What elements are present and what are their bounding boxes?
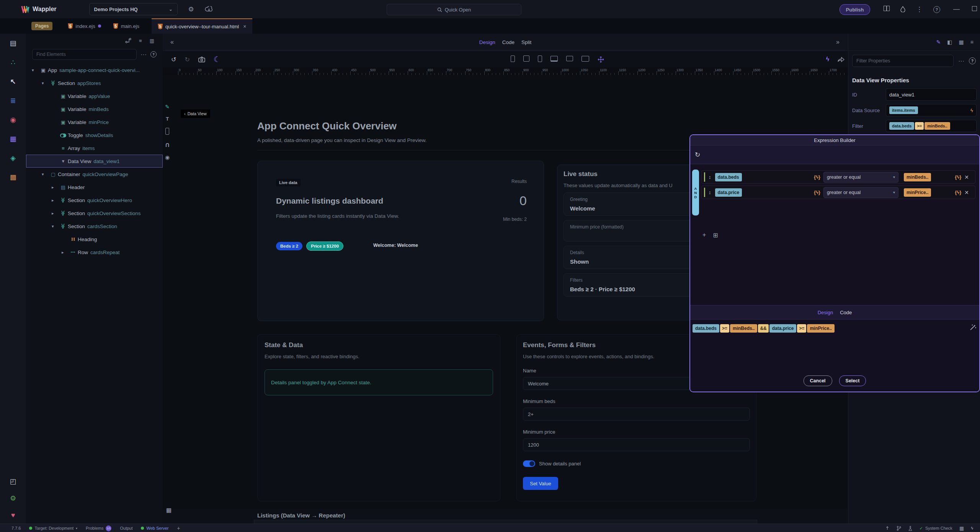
- token-op[interactable]: >=: [915, 122, 924, 130]
- filter-properties-input[interactable]: [852, 55, 954, 67]
- tree-item-cardsrepeat[interactable]: ▸•••RowcardsRepeat: [26, 246, 163, 259]
- tree-item-showdetails[interactable]: ToggleshowDetails: [26, 129, 163, 142]
- edit-icon[interactable]: ✎: [936, 39, 941, 45]
- magnet-icon[interactable]: U: [165, 142, 169, 148]
- tree-item-heading[interactable]: HHeading: [26, 233, 163, 246]
- min-price-field[interactable]: [523, 438, 750, 451]
- hero-card[interactable]: Live data Dynamic listings dashboard Fil…: [257, 161, 544, 321]
- web-server-button[interactable]: Web Server: [141, 526, 168, 530]
- tree-item-quickoverviewsections[interactable]: ▸≫SectionquickOverviewSections: [26, 207, 163, 220]
- expand-panel-icon[interactable]: »: [836, 39, 840, 46]
- selected-element-chip[interactable]: ‹ Data View: [181, 109, 210, 118]
- help-icon[interactable]: ?: [933, 5, 940, 13]
- remove-condition-icon[interactable]: ✕: [964, 189, 969, 196]
- tree-item-quickoverviewhero[interactable]: ▸≫SectionquickOverviewHero: [26, 194, 163, 207]
- phone-icon[interactable]: [511, 55, 515, 64]
- dark-mode-icon[interactable]: ☾: [214, 55, 220, 64]
- token-field[interactable]: data.price: [715, 188, 742, 197]
- tablet-icon[interactable]: [523, 55, 529, 63]
- token-field[interactable]: data.price: [769, 324, 797, 333]
- operator-select[interactable]: greater or equal ▾: [823, 187, 898, 198]
- grid-icon[interactable]: ▦: [959, 39, 964, 45]
- chevron-down-icon[interactable]: ▾: [42, 172, 49, 177]
- token-value[interactable]: minBeds..: [730, 324, 757, 333]
- chevron-right-icon[interactable]: ▸: [52, 211, 59, 216]
- eraser-icon[interactable]: ◧: [947, 39, 952, 45]
- tree-item-items[interactable]: ≡Arrayitems: [26, 142, 163, 155]
- token-field[interactable]: data.beds: [889, 122, 914, 130]
- tab-close-icon[interactable]: ×: [243, 23, 246, 29]
- publish-button[interactable]: Publish: [840, 4, 870, 15]
- select-button[interactable]: Select: [839, 375, 866, 386]
- add-group-icon[interactable]: ⊞: [713, 232, 718, 239]
- eye-icon[interactable]: ◉: [165, 154, 170, 160]
- tab-main-ejs[interactable]: 5 main.ejs: [107, 18, 145, 34]
- tab-code[interactable]: Code: [840, 310, 852, 315]
- tree-item-quickoverviewpage[interactable]: ▾▢ContainerquickOverviewPage: [26, 168, 163, 181]
- data-icon[interactable]: ≣: [0, 91, 26, 110]
- move-icon[interactable]: [598, 56, 604, 63]
- remove-condition-icon[interactable]: ✕: [964, 174, 969, 180]
- ruler-icon[interactable]: [165, 128, 169, 136]
- kebab-icon[interactable]: ⋮: [916, 5, 923, 13]
- edit-icon[interactable]: ✎: [165, 104, 170, 110]
- binding-icon[interactable]: {ϟ}: [955, 189, 961, 195]
- pages-badge[interactable]: Pages: [31, 22, 52, 30]
- show-details-toggle[interactable]: [523, 460, 535, 467]
- tab-split[interactable]: Split: [521, 39, 531, 45]
- tree-item-sample-app-connect-quick-overvi-[interactable]: ▾▣Appsample-app-connect-quick-overvi...: [26, 64, 163, 77]
- problems-button[interactable]: Problems 1/1: [86, 525, 111, 531]
- min-beds-select[interactable]: [523, 408, 750, 421]
- tree-item-header[interactable]: ▸▤Header: [26, 181, 163, 194]
- binding-icon[interactable]: {ϟ}: [814, 174, 820, 180]
- add-panel-icon[interactable]: +: [177, 525, 180, 531]
- bolt-icon[interactable]: ϟ: [970, 108, 973, 113]
- components-icon[interactable]: ▩: [0, 168, 26, 187]
- token-field[interactable]: data.beds: [715, 173, 742, 181]
- output-button[interactable]: Output: [120, 526, 132, 530]
- chevron-down-icon[interactable]: ▾: [32, 68, 39, 73]
- tree-item-appstores[interactable]: ▾≫SectionappStores: [26, 77, 163, 90]
- chevron-right-icon[interactable]: ▸: [62, 250, 69, 255]
- token-op[interactable]: >=: [797, 324, 806, 333]
- token-value[interactable]: minPrice..: [904, 188, 931, 197]
- upload-icon[interactable]: [885, 526, 890, 530]
- token-value[interactable]: minPrice..: [807, 324, 834, 333]
- project-selector[interactable]: Demo Projects HQ ⌄: [89, 3, 178, 15]
- cloud-sync-icon[interactable]: [205, 6, 213, 12]
- operator-select[interactable]: greater or equal ▾: [823, 172, 898, 183]
- grid-toggle-icon[interactable]: ▦: [166, 507, 172, 514]
- favorites-icon[interactable]: ♥: [0, 507, 26, 524]
- page-title[interactable]: App Connect Quick Overview: [257, 120, 397, 132]
- bolt-icon[interactable]: ϟ: [826, 56, 829, 63]
- target-selector[interactable]: Target: Development ▾: [29, 526, 77, 530]
- token-value[interactable]: minBeds..: [924, 122, 950, 130]
- token-logic[interactable]: &&: [758, 324, 768, 333]
- restore-icon[interactable]: [972, 5, 977, 13]
- tab-index-ejs[interactable]: 5 index.ejs: [62, 18, 107, 34]
- chevron-right-icon[interactable]: ▸: [52, 198, 59, 203]
- tab-code[interactable]: Code: [502, 39, 514, 45]
- chevron-down-icon[interactable]: ▾: [52, 224, 59, 229]
- token-op[interactable]: >=: [720, 324, 729, 333]
- text-icon[interactable]: T: [166, 116, 169, 122]
- camera-icon[interactable]: [198, 57, 205, 62]
- sort-icon[interactable]: ↕: [709, 189, 711, 195]
- extensions-icon[interactable]: ◰: [0, 473, 26, 490]
- sort-icon[interactable]: ↕: [709, 174, 711, 180]
- styles-icon[interactable]: ◉: [0, 110, 26, 129]
- chevron-down-icon[interactable]: ▾: [42, 81, 49, 86]
- undo-icon[interactable]: ↺: [171, 56, 176, 63]
- tab-design[interactable]: Design: [479, 39, 495, 45]
- token-field[interactable]: items.items: [889, 106, 918, 114]
- help-icon[interactable]: ?: [969, 57, 976, 64]
- refresh-icon[interactable]: ↻: [695, 151, 700, 159]
- redo-icon[interactable]: ↻: [185, 56, 189, 63]
- monitor-icon[interactable]: [566, 56, 573, 63]
- tree-item-data-view1[interactable]: ▼Data Viewdata_view1: [26, 155, 163, 168]
- id-field[interactable]: data_view1: [886, 88, 977, 101]
- tree-item-minprice[interactable]: ▣VariableminPrice: [26, 116, 163, 129]
- set-value-button[interactable]: Set Value: [523, 477, 558, 490]
- data-source-field[interactable]: items.items ϟ: [886, 104, 977, 116]
- quick-open-button[interactable]: Quick Open: [387, 4, 521, 15]
